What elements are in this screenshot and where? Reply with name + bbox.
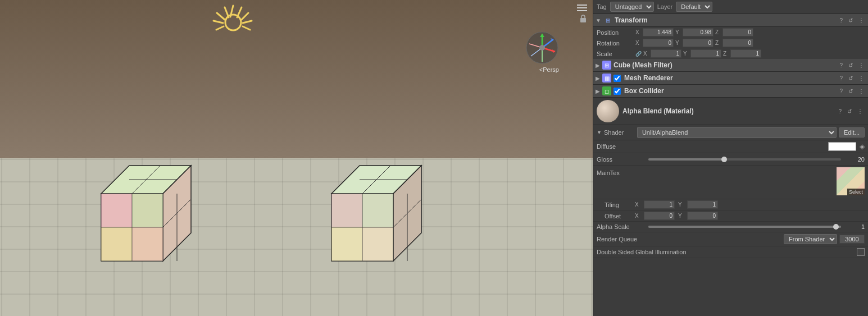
- render-queue-dropdown[interactable]: From Shader: [784, 234, 837, 244]
- rotation-x-input[interactable]: [643, 39, 674, 47]
- tiling-xy: X Y: [635, 200, 718, 209]
- svg-marker-32: [132, 194, 163, 227]
- gloss-label: Gloss: [597, 156, 642, 163]
- box-collider-help-btn[interactable]: ?: [838, 88, 844, 95]
- mesh-renderer-help-btn[interactable]: ?: [838, 75, 844, 82]
- transform-reset-btn[interactable]: ↺: [847, 17, 855, 24]
- position-xyz: X Y Z: [635, 28, 865, 36]
- shader-edit-button[interactable]: Edit...: [839, 127, 865, 138]
- scale-x-label: X: [643, 51, 649, 57]
- material-row: Alpha Blend (Material) ? ↺ ⋮: [593, 98, 868, 125]
- svg-point-9: [225, 15, 241, 30]
- material-info: Alpha Blend (Material): [622, 107, 833, 115]
- sun-decoration: [208, 3, 253, 36]
- material-name: Alpha Blend (Material): [622, 107, 833, 115]
- rotation-z-input[interactable]: [722, 39, 753, 47]
- maintex-thumbnail[interactable]: Select: [837, 167, 865, 195]
- cube-right: [315, 149, 444, 285]
- offset-x-input[interactable]: [644, 212, 675, 220]
- mesh-filter-help-btn[interactable]: ?: [838, 62, 844, 69]
- transform-buttons: ? ↺ ⋮: [838, 17, 866, 24]
- mesh-filter-header[interactable]: ▶ ⊞ Cube (Mesh Filter) ? ↺ ⋮: [593, 59, 868, 72]
- tag-label: Tag: [597, 3, 607, 10]
- svg-line-4: [243, 26, 250, 30]
- material-help-btn[interactable]: ?: [837, 108, 843, 115]
- offset-y-label: Y: [678, 213, 684, 219]
- alpha-scale-slider[interactable]: [648, 226, 841, 228]
- scale-y-label: Y: [683, 51, 689, 57]
- box-collider-arrow: ▶: [596, 88, 600, 94]
- position-row: Position X Y Z: [593, 27, 868, 38]
- diffuse-label: Diffuse: [597, 143, 642, 150]
- mesh-filter-title: Cube (Mesh Filter): [613, 61, 835, 69]
- position-y-input[interactable]: [683, 28, 714, 36]
- tag-layer-row: Tag Untagged Layer Default: [593, 0, 868, 14]
- rotation-y-input[interactable]: [683, 39, 714, 47]
- scale-lock-icon: 🔗: [635, 51, 642, 57]
- scale-x-input[interactable]: [651, 49, 681, 58]
- mesh-renderer-buttons: ? ↺ ⋮: [838, 75, 866, 82]
- tiling-x-input[interactable]: [644, 200, 675, 209]
- mesh-filter-reset-btn[interactable]: ↺: [847, 62, 855, 69]
- tag-dropdown[interactable]: Untagged: [610, 2, 654, 12]
- rotation-label: Rotation: [597, 40, 633, 47]
- render-queue-value[interactable]: [839, 235, 865, 244]
- position-x-input[interactable]: [643, 28, 674, 36]
- tiling-x-label: X: [635, 201, 640, 208]
- mesh-renderer-header[interactable]: ▶ ▦ Mesh Renderer ? ↺ ⋮: [593, 72, 868, 85]
- material-reset-btn[interactable]: ↺: [846, 108, 853, 115]
- box-collider-more-btn[interactable]: ⋮: [857, 88, 866, 95]
- shader-dropdown[interactable]: Unlit/AlphaBlend: [637, 127, 837, 138]
- box-collider-reset-btn[interactable]: ↺: [847, 88, 855, 95]
- persp-label: <Persp: [539, 66, 559, 73]
- scale-z-input[interactable]: [730, 49, 761, 58]
- svg-line-2: [242, 13, 248, 20]
- diffuse-color-swatch[interactable]: [828, 142, 856, 151]
- rotation-y-label: Y: [675, 40, 681, 46]
- material-more-btn[interactable]: ⋮: [856, 108, 865, 115]
- tiling-label: Tiling: [605, 201, 633, 208]
- viewport-menu[interactable]: [577, 4, 587, 11]
- double-sided-gi-label: Double Sided Global Illumination: [597, 249, 855, 255]
- mesh-renderer-checkbox[interactable]: [613, 75, 621, 82]
- box-collider-checkbox[interactable]: [613, 88, 621, 95]
- rotation-z-label: Z: [715, 40, 721, 46]
- diffuse-pick-icon[interactable]: ◈: [860, 143, 865, 150]
- tiling-y-label: Y: [678, 201, 684, 208]
- select-overlay[interactable]: Select: [847, 189, 865, 195]
- scale-row: Scale 🔗 X Y Z: [593, 48, 868, 59]
- svg-marker-45: [362, 194, 393, 227]
- diffuse-row: Diffuse ◈: [593, 140, 868, 153]
- cube-left: [84, 149, 213, 285]
- render-queue-label: Render Queue: [597, 236, 781, 242]
- offset-label: Offset: [605, 213, 633, 219]
- tiling-y-input[interactable]: [687, 200, 718, 209]
- scene-gizmo[interactable]: [522, 28, 562, 67]
- box-collider-header[interactable]: ▶ ◻ Box Collider ? ↺ ⋮: [593, 85, 868, 98]
- viewport: <Persp: [0, 0, 593, 316]
- transform-help-btn[interactable]: ?: [838, 17, 844, 24]
- shader-collapse-arrow: ▼: [597, 130, 602, 135]
- box-collider-buttons: ? ↺ ⋮: [838, 88, 866, 95]
- scale-y-input[interactable]: [690, 49, 721, 58]
- scale-z-label: Z: [723, 51, 729, 57]
- rotation-xyz: X Y Z: [635, 39, 865, 47]
- gloss-slider[interactable]: [648, 158, 841, 161]
- layer-dropdown[interactable]: Default: [676, 2, 712, 12]
- transform-title: Transform: [615, 16, 836, 24]
- maintex-row: MainTex Select: [593, 166, 868, 199]
- gloss-row: Gloss 20: [593, 153, 868, 166]
- lock-icon[interactable]: [579, 14, 587, 25]
- mesh-filter-more-btn[interactable]: ⋮: [857, 62, 866, 69]
- transform-header[interactable]: ▼ ⊞ Transform ? ↺ ⋮: [593, 14, 868, 27]
- position-z-input[interactable]: [722, 28, 753, 36]
- double-sided-gi-checkbox[interactable]: [857, 248, 865, 256]
- mesh-filter-arrow: ▶: [596, 62, 600, 68]
- transform-more-btn[interactable]: ⋮: [857, 17, 866, 24]
- mesh-renderer-reset-btn[interactable]: ↺: [847, 75, 855, 82]
- offset-xy: X Y: [635, 212, 718, 220]
- alpha-scale-value: 1: [848, 223, 865, 230]
- mesh-renderer-more-btn[interactable]: ⋮: [857, 75, 866, 82]
- rotation-x-label: X: [635, 40, 641, 46]
- offset-y-input[interactable]: [687, 212, 718, 220]
